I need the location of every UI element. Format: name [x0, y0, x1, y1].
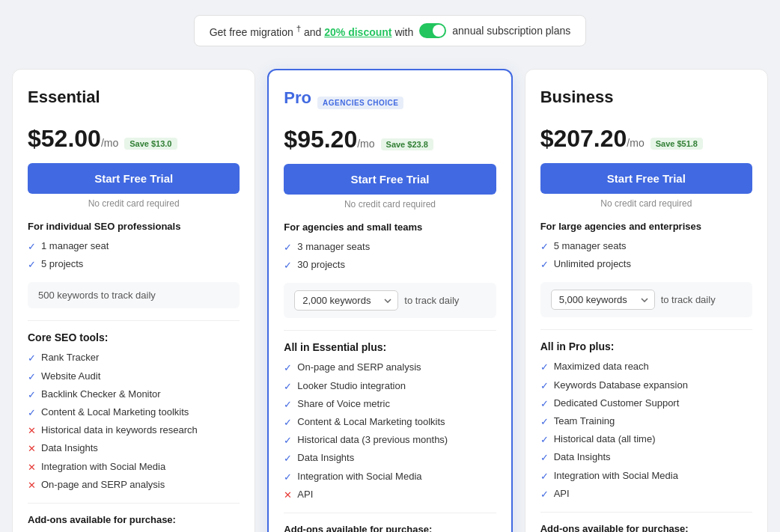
- discount-text: 20% discount: [324, 26, 391, 38]
- list-item: ✓ Data Insights: [284, 451, 496, 465]
- x-icon: ✕: [28, 424, 36, 438]
- keywords-select[interactable]: 2,000 keywords5,000 keywords10,000 keywo…: [294, 290, 398, 311]
- plan-name: Essential: [28, 88, 100, 107]
- save-badge: Save $13.0: [124, 138, 177, 150]
- list-item-text: API: [297, 488, 313, 501]
- list-item-text: API: [554, 487, 570, 501]
- check-icon: ✓: [540, 470, 549, 483]
- list-item-text: Integration with Social Media: [554, 469, 678, 483]
- price-row: $95.20 /mo Save $23.8: [284, 126, 496, 153]
- check-icon: ✓: [284, 398, 292, 412]
- list-item-text: Integration with Social Media: [41, 460, 165, 474]
- price: $95.20: [284, 126, 357, 153]
- list-item: ✓ Team Training: [540, 415, 752, 429]
- list-item: ✓ 5 projects: [28, 257, 240, 272]
- list-item: ✓ Data Insights: [540, 450, 752, 465]
- divider: [28, 320, 240, 321]
- for-who: For large agencies and enterprises: [540, 221, 752, 232]
- list-item: ✓ Integration with Social Media: [540, 469, 752, 483]
- check-icon: ✓: [28, 258, 36, 272]
- toggle-label: annual subscription plans: [452, 25, 570, 37]
- start-trial-button[interactable]: Start Free Trial: [540, 163, 752, 194]
- list-item-text: Team Training: [554, 415, 615, 428]
- x-icon: ✕: [284, 489, 292, 502]
- check-icon: ✓: [284, 471, 292, 484]
- check-icon: ✓: [28, 370, 36, 384]
- check-icon: ✓: [540, 361, 549, 374]
- list-item-text: Content & Local Marketing toolkits: [41, 406, 189, 419]
- list-item-text: Looker Studio integration: [297, 379, 406, 393]
- check-icon: ✓: [540, 379, 549, 393]
- check-icon: ✓: [28, 406, 36, 420]
- per-mo: /mo: [357, 138, 374, 150]
- keywords-after: to track daily: [661, 294, 716, 305]
- check-icon: ✓: [284, 380, 292, 394]
- check-icon: ✓: [28, 240, 36, 254]
- keywords-dropdown-row: 2,000 keywords5,000 keywords10,000 keywo…: [294, 290, 485, 311]
- check-icon: ✓: [284, 241, 292, 254]
- list-item: ✓ 5 manager seats: [540, 239, 752, 254]
- plan-card-pro: Pro AGENCIES CHOICE $95.20 /mo Save $23.…: [267, 69, 512, 532]
- plan-name: Pro: [284, 88, 311, 108]
- list-item-text: 5 manager seats: [554, 239, 627, 253]
- check-icon: ✓: [540, 488, 549, 501]
- check-icon: ✓: [540, 397, 549, 411]
- check-icon: ✓: [284, 434, 292, 447]
- top-banner: Get free migration † and 20% discount wi…: [194, 15, 587, 46]
- list-item-text: 3 manager seats: [297, 240, 370, 254]
- keywords-select[interactable]: 5,000 keywords10,000 keywords20,000 keyw…: [551, 290, 655, 310]
- per-mo: /mo: [101, 137, 118, 149]
- list-item-text: Integration with Social Media: [297, 470, 421, 483]
- start-trial-button[interactable]: Start Free Trial: [28, 163, 240, 194]
- annual-toggle[interactable]: [419, 23, 446, 38]
- list-item-text: Content & Local Marketing toolkits: [297, 415, 445, 429]
- list-item: ✕ Data Insights: [28, 441, 240, 456]
- list-item-text: Backlink Checker & Monitor: [41, 388, 161, 401]
- price-row: $52.00 /mo Save $13.0: [28, 125, 240, 153]
- list-item: ✓ Looker Studio integration: [284, 379, 496, 394]
- agencies-badge: AGENCIES CHOICE: [317, 97, 403, 109]
- x-icon: ✕: [28, 479, 36, 492]
- check-icon: ✓: [540, 433, 549, 447]
- check-icon: ✓: [28, 352, 36, 365]
- list-item-text: 5 projects: [41, 257, 83, 271]
- addons-title: Add-ons available for purchase:: [284, 524, 496, 532]
- for-who: For individual SEO professionals: [28, 221, 240, 232]
- save-badge: Save $23.8: [381, 138, 433, 150]
- list-item: ✓ Integration with Social Media: [284, 470, 496, 484]
- addons-title: Add-ons available for purchase:: [28, 514, 240, 525]
- plan-name: Business: [540, 88, 614, 107]
- plan-name-row: Essential: [28, 88, 240, 116]
- list-item: ✓ 1 manager seat: [28, 239, 240, 254]
- list-item: ✓ On-page and SERP analysis: [284, 361, 496, 375]
- divider: [540, 512, 752, 513]
- list-item: ✕ API: [284, 488, 496, 502]
- list-item-text: On-page and SERP analysis: [297, 361, 421, 374]
- per-mo: /mo: [627, 137, 644, 149]
- keywords-text: 500 keywords to track daily: [38, 290, 156, 301]
- core-title: All in Essential plus:: [284, 341, 496, 353]
- list-item: ✓ Maximized data reach: [540, 360, 752, 374]
- price: $207.20: [540, 125, 627, 153]
- core-title: Core SEO tools:: [28, 331, 240, 343]
- core-title: All in Pro plus:: [540, 340, 752, 352]
- start-trial-button[interactable]: Start Free Trial: [284, 164, 496, 195]
- divider: [284, 330, 496, 331]
- core-features-list: ✓ On-page and SERP analysis ✓ Looker Stu…: [284, 361, 496, 502]
- seats-list: ✓ 5 manager seats ✓ Unlimited projects: [540, 239, 752, 272]
- list-item: ✓ Backlink Checker & Monitor: [28, 388, 240, 402]
- check-icon: ✓: [540, 258, 549, 272]
- no-cc-text: No credit card required: [540, 198, 752, 209]
- divider: [540, 329, 752, 330]
- list-item-text: On-page and SERP analysis: [41, 478, 165, 492]
- seats-list: ✓ 3 manager seats ✓ 30 projects: [284, 240, 496, 272]
- x-icon: ✕: [28, 442, 36, 456]
- keywords-dropdown-row: 5,000 keywords10,000 keywords20,000 keyw…: [551, 290, 742, 310]
- check-icon: ✓: [284, 259, 292, 272]
- list-item-text: Website Audit: [41, 370, 100, 383]
- list-item: ✓ 3 manager seats: [284, 240, 496, 254]
- list-item: ✓ Share of Voice metric: [284, 397, 496, 412]
- check-icon: ✓: [540, 415, 549, 429]
- x-icon: ✕: [28, 461, 36, 474]
- list-item: ✓ Rank Tracker: [28, 351, 240, 365]
